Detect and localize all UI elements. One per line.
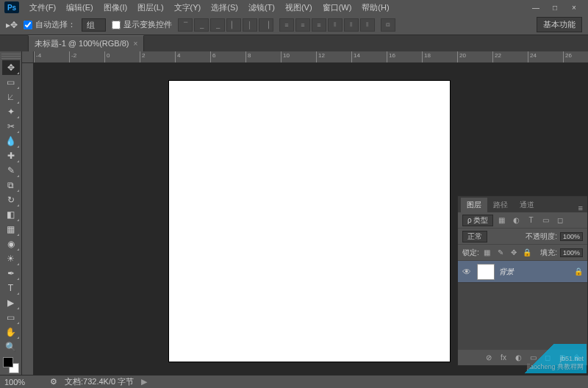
tab-layers[interactable]: 图层 xyxy=(461,198,487,212)
move-tool-icon: ▸✥ xyxy=(6,20,18,30)
panel-menu-icon[interactable]: ≡ xyxy=(574,204,587,212)
doc-info-menu-icon[interactable]: ▶ xyxy=(141,377,147,387)
options-bar: ▸✥ 自动选择： 组 显示变换控件 ⎺ ⎯ ⎯ ▏ │ ▕ ≡ ≡ ≡ ⦀ ⦀ … xyxy=(0,15,588,35)
menu-select[interactable]: 选择(S) xyxy=(207,1,243,15)
blur-tool[interactable]: ◉ xyxy=(2,237,20,251)
distribute-bottom-icon[interactable]: ≡ xyxy=(312,18,326,32)
filter-type-icon[interactable]: T xyxy=(526,215,536,226)
minimize-button[interactable]: — xyxy=(526,1,545,13)
pen-tool[interactable]: ✒ xyxy=(2,266,20,281)
close-window-button[interactable]: × xyxy=(564,1,584,13)
align-right-icon[interactable]: ▕ xyxy=(259,18,273,32)
lock-position-icon[interactable]: ✥ xyxy=(509,248,519,258)
layer-filter-type[interactable]: ρ 类型 xyxy=(462,215,493,226)
type-tool[interactable]: T xyxy=(2,281,20,295)
gear-icon[interactable]: ⚙ xyxy=(50,377,57,387)
show-transform-checkbox[interactable]: 显示变换控件 xyxy=(112,19,172,30)
filter-smart-icon[interactable]: ◻ xyxy=(555,215,565,226)
auto-select-input[interactable] xyxy=(24,21,32,29)
distribute-right-icon[interactable]: ⦀ xyxy=(360,18,375,32)
title-bar: Ps 文件(F) 编辑(E) 图像(I) 图层(L) 文字(Y) 选择(S) 滤… xyxy=(0,0,588,15)
filter-adjust-icon[interactable]: ◐ xyxy=(511,215,521,226)
path-selection-tool[interactable]: ▶ xyxy=(2,295,20,310)
lock-transparency-icon[interactable]: ▦ xyxy=(482,248,492,258)
align-left-icon[interactable]: ▏ xyxy=(226,18,241,32)
dodge-tool[interactable]: ☀ xyxy=(2,251,20,266)
blend-mode-dropdown[interactable]: 正常 xyxy=(462,231,487,242)
menu-image[interactable]: 图像(I) xyxy=(99,1,132,15)
zoom-level[interactable]: 100% xyxy=(4,378,43,387)
auto-select-checkbox[interactable]: 自动选择： xyxy=(24,19,76,30)
panel-tabs: 图层 路径 通道 ≡ xyxy=(458,196,587,212)
menu-layer[interactable]: 图层(L) xyxy=(133,1,168,15)
zoom-tool[interactable]: 🔍 xyxy=(2,340,20,354)
tab-paths[interactable]: 路径 xyxy=(487,198,514,212)
distribute-hcenter-icon[interactable]: ⦀ xyxy=(344,18,359,32)
lasso-tool[interactable]: ⟀ xyxy=(2,90,20,104)
align-buttons-group: ⎺ ⎯ ⎯ ▏ │ ▕ xyxy=(178,18,273,32)
layers-panel: 图层 路径 通道 ≡ ρ 类型 ▦ ◐ T ▭ ◻ 正常 不透明度: 100% … xyxy=(457,195,588,366)
move-tool[interactable]: ✥ xyxy=(2,60,20,75)
main-menu: 文件(F) 编辑(E) 图像(I) 图层(L) 文字(Y) 选择(S) 滤镜(T… xyxy=(25,1,394,15)
ruler-origin[interactable] xyxy=(22,51,34,63)
align-hcenter-icon[interactable]: │ xyxy=(243,18,257,32)
workspace-switcher[interactable]: 基本功能 xyxy=(537,17,582,32)
align-vcenter-icon[interactable]: ⎯ xyxy=(194,18,209,32)
magic-wand-tool[interactable]: ✦ xyxy=(2,104,20,119)
clone-stamp-tool[interactable]: ⧉ xyxy=(2,178,20,193)
menu-edit[interactable]: 编辑(E) xyxy=(62,1,98,15)
align-top-icon[interactable]: ⎺ xyxy=(178,18,193,32)
show-transform-input[interactable] xyxy=(112,21,121,29)
vertical-ruler[interactable] xyxy=(22,63,34,375)
shape-tool[interactable]: ▭ xyxy=(2,310,20,325)
filter-shape-icon[interactable]: ▭ xyxy=(540,215,551,226)
layer-lock-icon[interactable]: 🔒 xyxy=(574,267,583,276)
auto-select-dropdown[interactable]: 组 xyxy=(82,18,106,32)
layer-item-background[interactable]: 👁 背景 🔒 xyxy=(458,261,587,283)
maximize-button[interactable]: □ xyxy=(545,1,564,13)
doc-info-label: 文档:732.4K/0 字节 xyxy=(65,376,134,387)
menu-view[interactable]: 视图(V) xyxy=(281,1,317,15)
document-canvas[interactable] xyxy=(169,81,450,362)
layer-thumbnail[interactable] xyxy=(477,264,495,280)
lock-fill-row: 锁定: ▦ ✎ ✥ 🔒 填充: 100% xyxy=(458,245,587,261)
horizontal-ruler[interactable]: -4-202468101214161820222426 xyxy=(34,51,588,63)
document-tab-close-icon[interactable]: × xyxy=(134,40,138,48)
menu-window[interactable]: 窗口(W) xyxy=(318,1,356,15)
menu-file[interactable]: 文件(F) xyxy=(25,1,60,15)
lock-pixels-icon[interactable]: ✎ xyxy=(495,248,506,258)
hand-tool[interactable]: ✋ xyxy=(2,325,20,340)
history-brush-tool[interactable]: ↻ xyxy=(2,193,20,207)
show-transform-label: 显示变换控件 xyxy=(123,19,172,30)
distribute-left-icon[interactable]: ⦀ xyxy=(328,18,343,32)
menu-type[interactable]: 文字(Y) xyxy=(170,1,206,15)
tab-channels[interactable]: 通道 xyxy=(514,198,540,212)
3d-mode-icon[interactable]: ⧈ xyxy=(381,18,395,32)
opacity-value[interactable]: 100% xyxy=(560,232,583,241)
lock-all-icon[interactable]: 🔒 xyxy=(522,248,532,258)
fill-value[interactable]: 100% xyxy=(560,248,583,257)
layer-filter-row: ρ 类型 ▦ ◐ T ▭ ◻ xyxy=(458,212,587,229)
crop-tool[interactable]: ✂ xyxy=(2,119,20,134)
marquee-tool[interactable]: ▭ xyxy=(2,75,20,90)
brush-tool[interactable]: ✎ xyxy=(2,163,20,178)
toolbox-grip[interactable] xyxy=(1,53,21,59)
color-swatches[interactable] xyxy=(3,357,19,373)
layer-visibility-icon[interactable]: 👁 xyxy=(462,267,473,277)
distribute-top-icon[interactable]: ≡ xyxy=(279,18,294,32)
window-controls: — □ × xyxy=(526,1,584,13)
gradient-tool[interactable]: ▦ xyxy=(2,222,20,237)
auto-select-value: 组 xyxy=(87,21,95,29)
menu-help[interactable]: 帮助(H) xyxy=(357,1,393,15)
filter-pixel-icon[interactable]: ▦ xyxy=(496,215,506,226)
layer-name[interactable]: 背景 xyxy=(499,267,570,277)
menu-filter[interactable]: 滤镜(T) xyxy=(244,1,279,15)
document-tab[interactable]: 未标题-1 @ 100%(RGB/8) × xyxy=(28,35,144,51)
foreground-color[interactable] xyxy=(3,357,13,367)
healing-brush-tool[interactable]: ✚ xyxy=(2,148,20,163)
align-bottom-icon[interactable]: ⎯ xyxy=(210,18,225,32)
eraser-tool[interactable]: ◧ xyxy=(2,207,20,222)
distribute-vcenter-icon[interactable]: ≡ xyxy=(295,18,310,32)
document-tab-bar: 未标题-1 @ 100%(RGB/8) × xyxy=(0,35,588,51)
eyedropper-tool[interactable]: 💧 xyxy=(2,134,20,148)
